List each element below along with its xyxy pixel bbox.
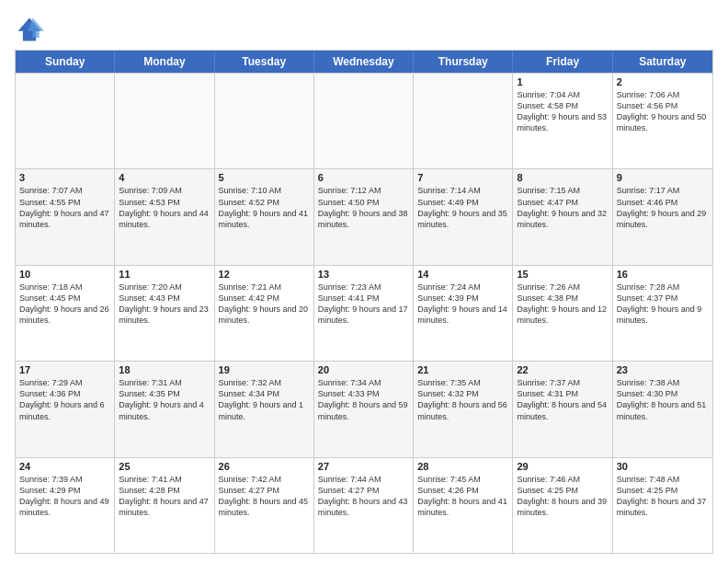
- header-tuesday: Tuesday: [215, 51, 314, 73]
- day-number: 25: [119, 461, 210, 472]
- day-info: Sunrise: 7:45 AM Sunset: 4:26 PM Dayligh…: [417, 474, 508, 519]
- day-info: Sunrise: 7:31 AM Sunset: 4:35 PM Dayligh…: [119, 377, 210, 422]
- cal-cell-13: 13Sunrise: 7:23 AM Sunset: 4:41 PM Dayli…: [314, 266, 414, 361]
- day-number: 18: [119, 364, 210, 375]
- day-info: Sunrise: 7:39 AM Sunset: 4:29 PM Dayligh…: [19, 474, 110, 519]
- day-number: 17: [19, 364, 110, 375]
- day-info: Sunrise: 7:15 AM Sunset: 4:47 PM Dayligh…: [517, 185, 608, 230]
- day-info: Sunrise: 7:38 AM Sunset: 4:30 PM Dayligh…: [617, 377, 709, 422]
- cal-cell-11: 11Sunrise: 7:20 AM Sunset: 4:43 PM Dayli…: [115, 266, 214, 361]
- day-number: 19: [219, 364, 310, 375]
- day-info: Sunrise: 7:17 AM Sunset: 4:46 PM Dayligh…: [617, 185, 709, 230]
- header-saturday: Saturday: [613, 51, 712, 73]
- cal-cell-19: 19Sunrise: 7:32 AM Sunset: 4:34 PM Dayli…: [215, 362, 314, 456]
- day-info: Sunrise: 7:29 AM Sunset: 4:36 PM Dayligh…: [19, 377, 110, 422]
- day-number: 29: [517, 461, 608, 472]
- day-number: 1: [517, 76, 608, 87]
- cal-cell-2: 2Sunrise: 7:06 AM Sunset: 4:56 PM Daylig…: [613, 74, 712, 168]
- logo-icon: [15, 15, 44, 44]
- cal-cell-25: 25Sunrise: 7:41 AM Sunset: 4:28 PM Dayli…: [115, 458, 214, 553]
- calendar-row-3: 10Sunrise: 7:18 AM Sunset: 4:45 PM Dayli…: [16, 265, 712, 361]
- cal-cell-empty-2: [215, 74, 314, 168]
- day-info: Sunrise: 7:35 AM Sunset: 4:32 PM Dayligh…: [417, 377, 508, 422]
- day-info: Sunrise: 7:32 AM Sunset: 4:34 PM Dayligh…: [219, 377, 310, 422]
- day-info: Sunrise: 7:20 AM Sunset: 4:43 PM Dayligh…: [119, 282, 210, 327]
- cal-cell-23: 23Sunrise: 7:38 AM Sunset: 4:30 PM Dayli…: [613, 362, 712, 456]
- cal-cell-6: 6Sunrise: 7:12 AM Sunset: 4:50 PM Daylig…: [314, 169, 414, 264]
- day-number: 4: [119, 172, 210, 183]
- cal-cell-empty-4: [414, 74, 513, 168]
- cal-cell-21: 21Sunrise: 7:35 AM Sunset: 4:32 PM Dayli…: [414, 362, 513, 456]
- day-number: 11: [119, 269, 210, 280]
- day-number: 9: [617, 172, 709, 183]
- day-info: Sunrise: 7:18 AM Sunset: 4:45 PM Dayligh…: [19, 282, 110, 327]
- calendar-header: SundayMondayTuesdayWednesdayThursdayFrid…: [16, 51, 712, 73]
- cal-cell-4: 4Sunrise: 7:09 AM Sunset: 4:53 PM Daylig…: [115, 169, 214, 264]
- cal-cell-29: 29Sunrise: 7:46 AM Sunset: 4:25 PM Dayli…: [513, 458, 612, 553]
- calendar-row-5: 24Sunrise: 7:39 AM Sunset: 4:29 PM Dayli…: [16, 457, 712, 553]
- cal-cell-15: 15Sunrise: 7:26 AM Sunset: 4:38 PM Dayli…: [513, 266, 612, 361]
- cal-cell-empty-3: [314, 74, 414, 168]
- day-number: 12: [219, 269, 310, 280]
- page: SundayMondayTuesdayWednesdayThursdayFrid…: [0, 0, 728, 563]
- cal-cell-20: 20Sunrise: 7:34 AM Sunset: 4:33 PM Dayli…: [314, 362, 414, 456]
- header-wednesday: Wednesday: [314, 51, 414, 73]
- cal-cell-3: 3Sunrise: 7:07 AM Sunset: 4:55 PM Daylig…: [16, 169, 115, 264]
- day-info: Sunrise: 7:04 AM Sunset: 4:58 PM Dayligh…: [517, 89, 608, 134]
- header-friday: Friday: [513, 51, 612, 73]
- day-number: 22: [517, 364, 608, 375]
- day-number: 27: [318, 461, 409, 472]
- cal-cell-30: 30Sunrise: 7:48 AM Sunset: 4:25 PM Dayli…: [613, 458, 712, 553]
- day-number: 7: [417, 172, 508, 183]
- cal-cell-28: 28Sunrise: 7:45 AM Sunset: 4:26 PM Dayli…: [414, 458, 513, 553]
- day-info: Sunrise: 7:48 AM Sunset: 4:25 PM Dayligh…: [617, 474, 709, 519]
- cal-cell-22: 22Sunrise: 7:37 AM Sunset: 4:31 PM Dayli…: [513, 362, 612, 456]
- day-info: Sunrise: 7:24 AM Sunset: 4:39 PM Dayligh…: [417, 282, 508, 327]
- calendar: SundayMondayTuesdayWednesdayThursdayFrid…: [15, 50, 713, 554]
- cal-cell-empty-1: [115, 74, 214, 168]
- cal-cell-12: 12Sunrise: 7:21 AM Sunset: 4:42 PM Dayli…: [215, 266, 314, 361]
- day-info: Sunrise: 7:09 AM Sunset: 4:53 PM Dayligh…: [119, 185, 210, 230]
- day-info: Sunrise: 7:44 AM Sunset: 4:27 PM Dayligh…: [318, 474, 409, 519]
- day-number: 30: [617, 461, 709, 472]
- day-info: Sunrise: 7:34 AM Sunset: 4:33 PM Dayligh…: [318, 377, 409, 422]
- calendar-row-2: 3Sunrise: 7:07 AM Sunset: 4:55 PM Daylig…: [16, 168, 712, 264]
- cal-cell-16: 16Sunrise: 7:28 AM Sunset: 4:37 PM Dayli…: [613, 266, 712, 361]
- cal-cell-26: 26Sunrise: 7:42 AM Sunset: 4:27 PM Dayli…: [215, 458, 314, 553]
- calendar-row-4: 17Sunrise: 7:29 AM Sunset: 4:36 PM Dayli…: [16, 361, 712, 456]
- day-info: Sunrise: 7:14 AM Sunset: 4:49 PM Dayligh…: [417, 185, 508, 230]
- day-number: 20: [318, 364, 409, 375]
- day-number: 6: [318, 172, 409, 183]
- day-info: Sunrise: 7:10 AM Sunset: 4:52 PM Dayligh…: [219, 185, 310, 230]
- day-info: Sunrise: 7:37 AM Sunset: 4:31 PM Dayligh…: [517, 377, 608, 422]
- day-number: 16: [617, 269, 709, 280]
- cal-cell-1: 1Sunrise: 7:04 AM Sunset: 4:58 PM Daylig…: [513, 74, 612, 168]
- header-thursday: Thursday: [414, 51, 513, 73]
- cal-cell-18: 18Sunrise: 7:31 AM Sunset: 4:35 PM Dayli…: [115, 362, 214, 456]
- day-info: Sunrise: 7:12 AM Sunset: 4:50 PM Dayligh…: [318, 185, 409, 230]
- day-info: Sunrise: 7:07 AM Sunset: 4:55 PM Dayligh…: [19, 185, 110, 230]
- logo: [15, 15, 48, 44]
- day-number: 28: [417, 461, 508, 472]
- day-number: 3: [19, 172, 110, 183]
- day-info: Sunrise: 7:46 AM Sunset: 4:25 PM Dayligh…: [517, 474, 608, 519]
- header-monday: Monday: [115, 51, 214, 73]
- day-number: 14: [417, 269, 508, 280]
- cal-cell-24: 24Sunrise: 7:39 AM Sunset: 4:29 PM Dayli…: [16, 458, 115, 553]
- day-number: 13: [318, 269, 409, 280]
- calendar-row-1: 1Sunrise: 7:04 AM Sunset: 4:58 PM Daylig…: [16, 73, 712, 168]
- cal-cell-14: 14Sunrise: 7:24 AM Sunset: 4:39 PM Dayli…: [414, 266, 513, 361]
- day-info: Sunrise: 7:23 AM Sunset: 4:41 PM Dayligh…: [318, 282, 409, 327]
- cal-cell-17: 17Sunrise: 7:29 AM Sunset: 4:36 PM Dayli…: [16, 362, 115, 456]
- cal-cell-27: 27Sunrise: 7:44 AM Sunset: 4:27 PM Dayli…: [314, 458, 414, 553]
- day-info: Sunrise: 7:42 AM Sunset: 4:27 PM Dayligh…: [219, 474, 310, 519]
- day-info: Sunrise: 7:26 AM Sunset: 4:38 PM Dayligh…: [517, 282, 608, 327]
- day-number: 5: [219, 172, 310, 183]
- cal-cell-8: 8Sunrise: 7:15 AM Sunset: 4:47 PM Daylig…: [513, 169, 612, 264]
- header-sunday: Sunday: [16, 51, 115, 73]
- cal-cell-10: 10Sunrise: 7:18 AM Sunset: 4:45 PM Dayli…: [16, 266, 115, 361]
- day-number: 24: [19, 461, 110, 472]
- day-number: 8: [517, 172, 608, 183]
- day-info: Sunrise: 7:21 AM Sunset: 4:42 PM Dayligh…: [219, 282, 310, 327]
- day-info: Sunrise: 7:06 AM Sunset: 4:56 PM Dayligh…: [617, 89, 709, 134]
